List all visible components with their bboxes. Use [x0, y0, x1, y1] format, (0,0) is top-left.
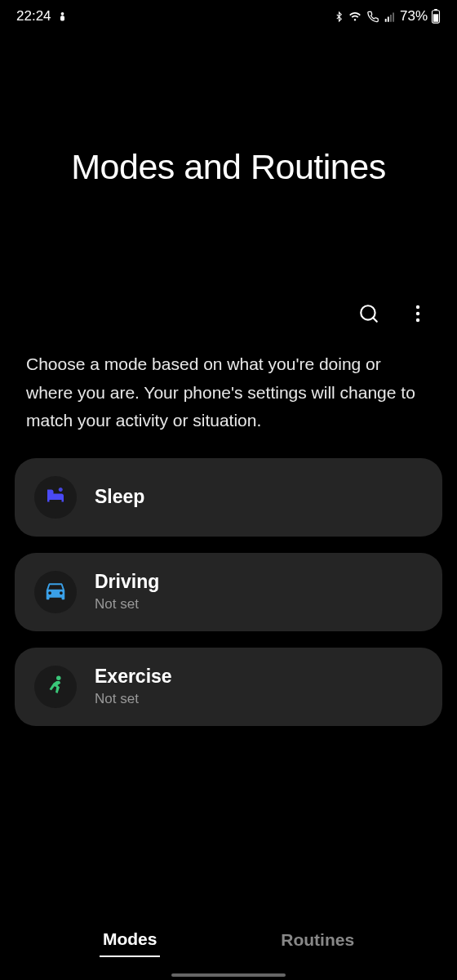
- clock-time: 22:24: [16, 8, 51, 24]
- battery-percentage: 73%: [400, 8, 428, 24]
- volte-icon: [366, 11, 380, 23]
- svg-point-0: [60, 11, 64, 15]
- signal-icon: [384, 11, 397, 23]
- search-icon: [358, 303, 379, 327]
- mode-text: Driving Not set: [95, 571, 159, 612]
- more-button[interactable]: [405, 301, 431, 327]
- mode-title: Driving: [95, 571, 159, 593]
- tab-modes[interactable]: Modes: [100, 923, 161, 957]
- battery-icon: [431, 9, 441, 24]
- bed-icon: [43, 483, 68, 511]
- svg-rect-7: [433, 14, 438, 21]
- status-right: 73%: [334, 8, 441, 24]
- search-button[interactable]: [356, 301, 382, 327]
- header: Modes and Routines: [0, 33, 457, 187]
- tab-routines[interactable]: Routines: [277, 923, 357, 957]
- description-text: Choose a mode based on what you're doing…: [0, 327, 457, 452]
- svg-point-11: [416, 311, 419, 314]
- svg-rect-3: [390, 15, 392, 22]
- running-icon: [43, 673, 68, 701]
- mode-text: Sleep: [95, 486, 144, 508]
- svg-line-9: [373, 318, 377, 322]
- mode-card-driving[interactable]: Driving Not set: [15, 553, 442, 631]
- wifi-icon: [348, 11, 362, 23]
- mode-title: Sleep: [95, 486, 144, 508]
- more-vertical-icon: [415, 304, 420, 326]
- mode-list: Sleep Driving Not set Exercise Not set: [0, 452, 457, 733]
- status-bar: 22:24 73%: [0, 0, 457, 33]
- mode-title: Exercise: [95, 666, 172, 688]
- status-left: 22:24: [16, 8, 69, 24]
- home-indicator[interactable]: [171, 973, 286, 977]
- svg-rect-4: [393, 12, 394, 21]
- svg-point-10: [416, 305, 419, 308]
- action-bar: [0, 187, 457, 327]
- bottom-nav: Modes Routines: [0, 923, 457, 957]
- mode-icon-wrap: [34, 476, 77, 519]
- svg-point-13: [56, 675, 61, 680]
- mode-text: Exercise Not set: [95, 666, 172, 707]
- svg-rect-6: [434, 9, 437, 11]
- svg-rect-2: [388, 16, 389, 21]
- page-title: Modes and Routines: [33, 147, 424, 187]
- mode-card-sleep[interactable]: Sleep: [15, 458, 442, 537]
- svg-rect-1: [385, 19, 387, 22]
- mode-subtitle: Not set: [95, 691, 172, 707]
- mode-icon-wrap: [34, 571, 77, 613]
- bluetooth-icon: [334, 11, 344, 23]
- mode-card-exercise[interactable]: Exercise Not set: [15, 648, 442, 726]
- person-icon: [56, 11, 69, 23]
- mode-subtitle: Not set: [95, 596, 159, 612]
- car-icon: [43, 578, 68, 606]
- mode-icon-wrap: [34, 666, 77, 708]
- svg-point-12: [416, 318, 419, 321]
